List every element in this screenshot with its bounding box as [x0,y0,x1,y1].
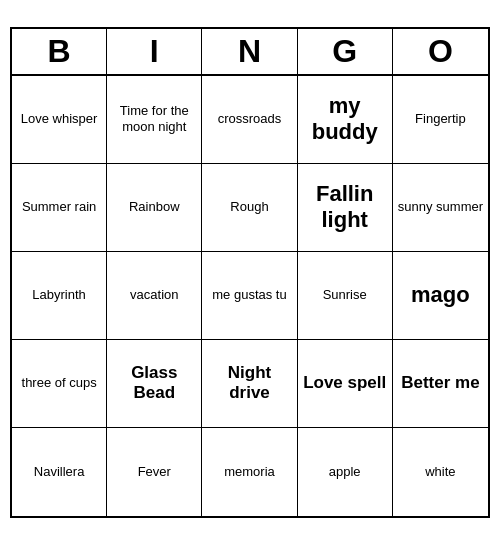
bingo-cell: white [393,428,488,516]
bingo-cell: my buddy [298,76,393,164]
bingo-cell: mago [393,252,488,340]
header-letter: B [12,29,107,74]
header-letter: G [298,29,393,74]
bingo-cell: Navillera [12,428,107,516]
bingo-cell: Love whisper [12,76,107,164]
bingo-header: BINGO [12,29,488,76]
bingo-cell: Labyrinth [12,252,107,340]
bingo-cell: crossroads [202,76,297,164]
header-letter: I [107,29,202,74]
bingo-cell: sunny summer [393,164,488,252]
bingo-cell: Glass Bead [107,340,202,428]
header-letter: O [393,29,488,74]
bingo-card: BINGO Love whisperTime for the moon nigh… [10,27,490,518]
bingo-cell: Rainbow [107,164,202,252]
bingo-cell: Sunrise [298,252,393,340]
bingo-cell: me gustas tu [202,252,297,340]
bingo-cell: Fallin light [298,164,393,252]
bingo-cell: Summer rain [12,164,107,252]
bingo-cell: three of cups [12,340,107,428]
bingo-grid: Love whisperTime for the moon nightcross… [12,76,488,516]
bingo-cell: apple [298,428,393,516]
bingo-cell: memoria [202,428,297,516]
bingo-cell: Night drive [202,340,297,428]
bingo-cell: Time for the moon night [107,76,202,164]
bingo-cell: vacation [107,252,202,340]
bingo-cell: Better me [393,340,488,428]
bingo-cell: Fever [107,428,202,516]
bingo-cell: Love spell [298,340,393,428]
bingo-cell: Rough [202,164,297,252]
bingo-cell: Fingertip [393,76,488,164]
header-letter: N [202,29,297,74]
